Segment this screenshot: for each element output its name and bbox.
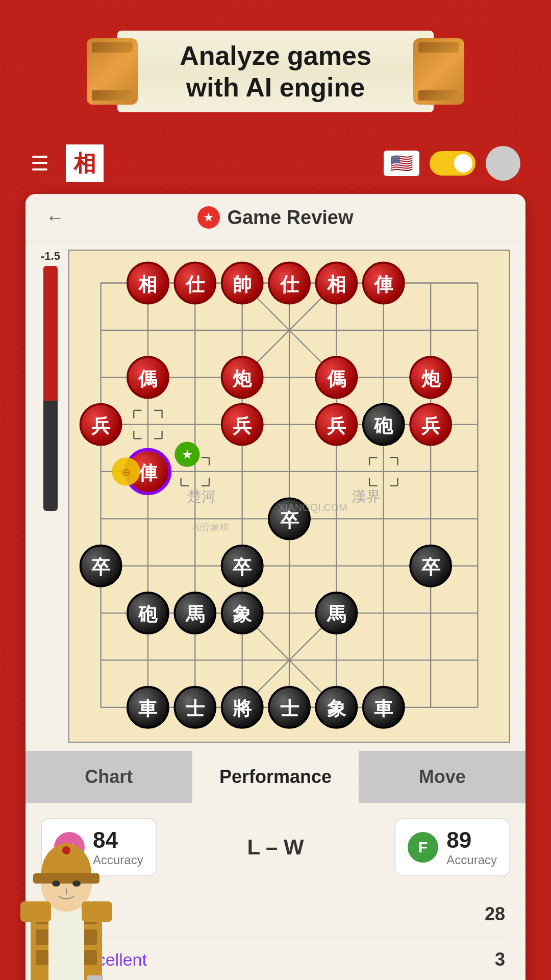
player1-accuracy-number: 84	[93, 827, 143, 853]
banner-area: Analyze games with AI engine	[0, 0, 551, 138]
stat-left-best: ★ Best	[46, 903, 111, 925]
stat-icon-excellent: ⭐	[46, 948, 68, 971]
game-review-header: ← ★ Game Review	[26, 194, 525, 241]
svg-text:帥: 帥	[233, 274, 252, 295]
svg-text:象: 象	[233, 604, 252, 625]
stat-name-excellent: Excellent	[77, 950, 147, 970]
eval-bar-container: -1.5	[41, 250, 60, 743]
svg-text:馬: 馬	[327, 604, 346, 625]
svg-text:仕: 仕	[185, 274, 205, 295]
stat-name-best: Best	[77, 904, 111, 924]
svg-text:⊕: ⊕	[121, 466, 131, 479]
svg-text:砲: 砲	[373, 415, 394, 436]
hamburger-icon[interactable]: ☰	[31, 152, 49, 175]
player1-score: g 84 Accuracy	[41, 818, 157, 876]
eval-label: -1.5	[41, 250, 60, 263]
svg-text:將: 將	[232, 698, 252, 719]
eval-bar-red	[43, 266, 58, 401]
svg-text:傌: 傌	[327, 369, 346, 389]
stats-list: ★ Best 28 ⭐ Excellent 3 ✓ Good 10 ! Inac…	[41, 892, 510, 980]
player2-score-info: 89 Accuracy	[446, 827, 497, 867]
star-icon: ★	[197, 206, 220, 229]
svg-text:相弈象棋: 相弈象棋	[192, 522, 229, 532]
toolbar-left: ☰ 相	[31, 143, 105, 184]
svg-text:相: 相	[327, 274, 346, 295]
svg-text:炮: 炮	[232, 369, 253, 389]
scroll-banner: Analyze games with AI engine	[87, 20, 464, 122]
svg-text:★: ★	[182, 448, 193, 461]
svg-text:兵: 兵	[327, 415, 346, 436]
stat-value-best: 28	[485, 903, 505, 925]
svg-text:士: 士	[186, 698, 205, 719]
scroll-left-knob	[87, 38, 138, 105]
scroll-right-knob	[413, 38, 464, 105]
profile-circle[interactable]	[486, 146, 520, 181]
tab-chart[interactable]: Chart	[26, 751, 192, 803]
player2-avatar: F	[408, 832, 438, 863]
svg-text:卒: 卒	[91, 556, 111, 578]
svg-text:XIANGQI.COM: XIANGQI.COM	[278, 502, 347, 513]
stat-row-excellent: ⭐ Excellent 3	[41, 937, 510, 980]
player2-accuracy-label: Accuracy	[446, 853, 497, 867]
banner-text: Analyze games with AI engine	[180, 40, 371, 104]
flag-box[interactable]: 🇺🇸	[384, 151, 419, 176]
score-row: g 84 Accuracy L – W F 89 Accuracy	[41, 818, 510, 876]
svg-text:漢界: 漢界	[352, 488, 381, 504]
stat-row-best: ★ Best 28	[41, 892, 510, 937]
svg-text:俥: 俥	[138, 462, 158, 483]
vs-text: L – W	[247, 835, 304, 860]
svg-text:砲: 砲	[138, 604, 158, 625]
performance-content: g 84 Accuracy L – W F 89 Accuracy	[26, 803, 525, 980]
svg-text:卒: 卒	[233, 556, 252, 578]
player1-accuracy-label: Accuracy	[93, 853, 143, 867]
stat-icon-best: ★	[46, 903, 68, 925]
board-wrapper[interactable]: 楚河 漢界	[68, 250, 510, 743]
scroll-paper: Analyze games with AI engine	[117, 31, 434, 112]
svg-text:兵: 兵	[91, 415, 111, 436]
player2-accuracy-number: 89	[446, 827, 497, 853]
stat-left-excellent: ⭐ Excellent	[46, 948, 147, 971]
svg-text:卒: 卒	[421, 556, 441, 578]
svg-text:傌: 傌	[138, 369, 157, 389]
svg-text:楚河: 楚河	[187, 488, 216, 504]
svg-text:兵: 兵	[421, 415, 441, 436]
toggle-switch[interactable]	[430, 151, 475, 176]
board-area: -1.5	[26, 241, 525, 751]
toolbar-right: 🇺🇸	[384, 146, 520, 181]
main-card: ← ★ Game Review -1.5	[26, 194, 525, 980]
svg-text:兵: 兵	[233, 415, 252, 436]
back-button[interactable]: ←	[46, 207, 64, 228]
player2-score: F 89 Accuracy	[394, 818, 510, 876]
svg-text:俥: 俥	[373, 274, 393, 295]
svg-text:車: 車	[374, 698, 393, 719]
toolbar: ☰ 相 🇺🇸	[0, 138, 551, 189]
player1-avatar: g	[54, 832, 85, 863]
tab-performance[interactable]: Performance	[192, 751, 359, 803]
stat-value-excellent: 3	[495, 949, 505, 970]
svg-text:象: 象	[327, 698, 346, 719]
tab-move[interactable]: Move	[359, 751, 525, 803]
svg-text:仕: 仕	[279, 274, 299, 295]
svg-text:馬: 馬	[185, 604, 205, 625]
tabs-bar: Chart Performance Move	[26, 751, 525, 803]
svg-text:相: 相	[138, 274, 157, 295]
svg-text:炮: 炮	[421, 369, 441, 389]
xiangqi-board[interactable]: 楚河 漢界	[68, 250, 510, 743]
svg-text:車: 車	[138, 698, 158, 719]
game-review-title: Game Review	[227, 207, 353, 229]
player1-score-info: 84 Accuracy	[93, 827, 143, 867]
eval-bar	[43, 266, 58, 511]
svg-text:士: 士	[280, 698, 299, 719]
logo-box[interactable]: 相	[64, 143, 105, 184]
